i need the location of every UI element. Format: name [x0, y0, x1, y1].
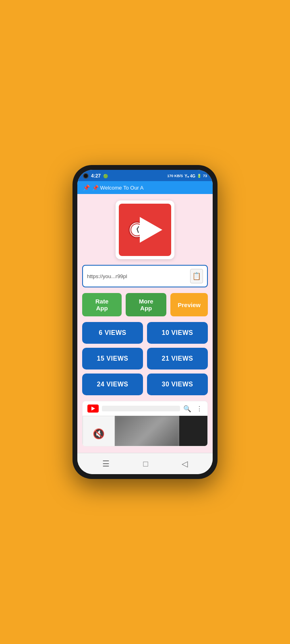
yt-thumbnail-row: 🔇	[83, 416, 207, 446]
video-thumbnail[interactable]	[115, 416, 179, 446]
app-logo-container	[116, 200, 174, 259]
views-10-button[interactable]: 10 VIEWS	[147, 322, 208, 344]
notification-bar: 📌 📌 Welcome To Our A	[77, 181, 213, 194]
main-content: https://you...r99pl 📋 Rate App More App …	[77, 194, 213, 453]
status-time: 4:27	[91, 173, 101, 179]
status-left: 4:27 🟢	[83, 173, 108, 179]
network-type: Yₒ 4G	[184, 174, 195, 178]
preview-button[interactable]: Preview	[170, 293, 208, 316]
camera-icon	[83, 173, 89, 179]
battery-level: 73	[203, 174, 207, 178]
clipboard-icon: 📋	[192, 272, 201, 281]
phone-screen: 4:27 🟢 170 KB/S Yₒ 4G 🔋 73 📌 📌 Welcome T…	[77, 170, 213, 474]
nav-bar: ☰ □ ◁	[77, 453, 213, 474]
youtube-logo	[87, 405, 99, 413]
views-15-button[interactable]: 15 VIEWS	[82, 348, 143, 369]
pin-icon: 📌	[83, 184, 90, 191]
dark-thumbnail	[179, 416, 207, 446]
back-button[interactable]: ◁	[177, 457, 193, 470]
play-icon	[140, 217, 162, 243]
more-options-icon[interactable]: ⋮	[196, 405, 203, 413]
status-right: 170 KB/S Yₒ 4G 🔋 73	[167, 174, 207, 178]
search-icon[interactable]: 🔍	[183, 405, 191, 413]
views-24-button[interactable]: 24 VIEWS	[82, 374, 143, 395]
yt-channel-name	[102, 406, 180, 411]
views-30-button[interactable]: 30 VIEWS	[147, 374, 208, 395]
youtube-section: 🔍 ⋮ 🔇 Who Wents or	[82, 401, 208, 446]
more-app-button[interactable]: More App	[126, 293, 166, 316]
views-grid: 6 VIEWS 10 VIEWS 15 VIEWS 21 VIEWS 24 VI…	[82, 322, 208, 395]
views-21-button[interactable]: 21 VIEWS	[147, 348, 208, 369]
phone-frame: 4:27 🟢 170 KB/S Yₒ 4G 🔋 73 📌 📌 Welcome T…	[72, 165, 218, 479]
menu-button[interactable]: ☰	[97, 457, 114, 470]
views-6-button[interactable]: 6 VIEWS	[82, 322, 143, 344]
rate-app-button[interactable]: Rate App	[82, 293, 122, 316]
clipboard-button[interactable]: 📋	[190, 269, 203, 283]
mute-thumbnail: 🔇	[83, 416, 115, 446]
notification-icon: 🟢	[103, 174, 108, 178]
app-logo	[119, 204, 171, 256]
yt-icons: 🔍 ⋮	[183, 405, 203, 413]
url-bar[interactable]: https://you...r99pl 📋	[82, 265, 208, 287]
action-buttons: Rate App More App Preview	[82, 293, 208, 316]
battery-icon: 🔋	[197, 174, 201, 178]
notification-text: 📌 Welcome To Our A	[92, 185, 144, 191]
home-button[interactable]: □	[138, 458, 153, 470]
mute-icon: 🔇	[93, 428, 105, 440]
blur-overlay	[115, 416, 179, 446]
yt-play-icon	[91, 407, 95, 411]
network-speed: 170 KB/S	[167, 174, 183, 178]
status-bar: 4:27 🟢 170 KB/S Yₒ 4G 🔋 73	[77, 170, 213, 181]
url-text: https://you...r99pl	[87, 273, 187, 279]
yt-header: 🔍 ⋮	[83, 401, 207, 416]
